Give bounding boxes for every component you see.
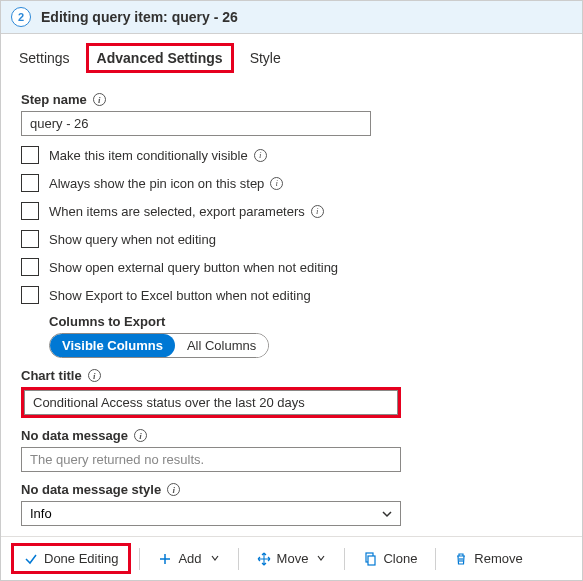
tab-bar: Settings Advanced Settings Style xyxy=(1,40,582,76)
info-icon[interactable] xyxy=(311,205,324,218)
checkbox-box[interactable] xyxy=(21,174,39,192)
checkbox-show-external[interactable]: Show open external query button when not… xyxy=(21,258,562,276)
separator xyxy=(139,548,140,570)
clone-button[interactable]: Clone xyxy=(353,546,427,571)
add-button[interactable]: Add xyxy=(148,546,229,571)
info-icon[interactable] xyxy=(134,429,147,442)
move-button[interactable]: Move xyxy=(247,546,337,571)
panel-header: 2 Editing query item: query - 26 xyxy=(1,1,582,34)
info-icon[interactable] xyxy=(93,93,106,106)
pill-visible-columns[interactable]: Visible Columns xyxy=(50,334,175,357)
step-name-label: Step name xyxy=(21,92,562,107)
no-data-message-label: No data message xyxy=(21,428,562,443)
plus-icon xyxy=(158,552,172,566)
tab-advanced-settings[interactable]: Advanced Settings xyxy=(86,43,234,73)
checkbox-show-excel[interactable]: Show Export to Excel button when not edi… xyxy=(21,286,562,304)
tab-settings[interactable]: Settings xyxy=(19,40,70,76)
checkbox-box[interactable] xyxy=(21,230,39,248)
remove-button[interactable]: Remove xyxy=(444,546,532,571)
chart-title-input[interactable] xyxy=(24,390,398,415)
checkmark-icon xyxy=(24,552,38,566)
info-icon[interactable] xyxy=(88,369,101,382)
chart-title-highlight xyxy=(21,387,401,418)
trash-icon xyxy=(454,552,468,566)
info-icon[interactable] xyxy=(270,177,283,190)
tab-style[interactable]: Style xyxy=(250,40,281,76)
panel-title: Editing query item: query - 26 xyxy=(41,9,238,25)
checkbox-always-pin[interactable]: Always show the pin icon on this step xyxy=(21,174,562,192)
checkbox-box[interactable] xyxy=(21,258,39,276)
separator xyxy=(344,548,345,570)
no-data-style-select-wrap xyxy=(21,501,401,526)
columns-to-export-section: Columns to Export Visible Columns All Co… xyxy=(49,314,562,358)
chart-title-label: Chart title xyxy=(21,368,562,383)
move-icon xyxy=(257,552,271,566)
copy-icon xyxy=(363,552,377,566)
columns-export-toggle: Visible Columns All Columns xyxy=(49,333,269,358)
pill-all-columns[interactable]: All Columns xyxy=(175,334,268,357)
checkbox-box[interactable] xyxy=(21,202,39,220)
bottom-toolbar: Done Editing Add Move Clone Remove xyxy=(1,536,582,580)
no-data-style-select[interactable] xyxy=(21,501,401,526)
info-icon[interactable] xyxy=(254,149,267,162)
done-editing-button[interactable]: Done Editing xyxy=(11,543,131,574)
checkbox-export-params[interactable]: When items are selected, export paramete… xyxy=(21,202,562,220)
step-number-badge: 2 xyxy=(11,7,31,27)
no-data-message-input[interactable] xyxy=(21,447,401,472)
svg-rect-1 xyxy=(368,556,375,565)
form-body: Step name Make this item conditionally v… xyxy=(1,76,582,526)
checkbox-box[interactable] xyxy=(21,286,39,304)
separator xyxy=(238,548,239,570)
info-icon[interactable] xyxy=(167,483,180,496)
checkbox-show-query[interactable]: Show query when not editing xyxy=(21,230,562,248)
columns-to-export-label: Columns to Export xyxy=(49,314,562,329)
checkbox-box[interactable] xyxy=(21,146,39,164)
no-data-style-label: No data message style xyxy=(21,482,562,497)
checkbox-conditionally-visible[interactable]: Make this item conditionally visible xyxy=(21,146,562,164)
chevron-down-icon xyxy=(316,551,326,566)
chevron-down-icon xyxy=(210,551,220,566)
separator xyxy=(435,548,436,570)
step-name-input[interactable] xyxy=(21,111,371,136)
